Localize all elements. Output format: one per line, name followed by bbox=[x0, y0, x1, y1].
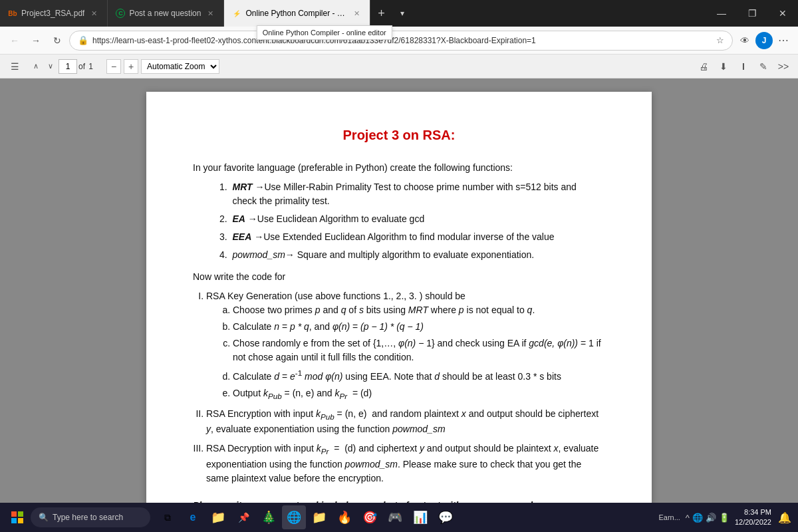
tab-course[interactable]: C Post a new question ✕ bbox=[108, 0, 224, 27]
more-tools[interactable]: >> bbox=[775, 59, 791, 74]
taskbar-search[interactable]: 🔍 Type here to search bbox=[31, 507, 150, 527]
pdf-toolbar: ☰ ∧ ∨ of 1 − + Automatic Zoom 50% 75% 10… bbox=[0, 55, 798, 78]
profile-button[interactable]: J bbox=[755, 32, 773, 49]
file-explorer-button[interactable]: 📁 bbox=[206, 505, 230, 529]
edit-tool[interactable]: ✎ bbox=[755, 59, 771, 74]
settings-button[interactable]: ⋯ bbox=[774, 31, 793, 50]
zoom-out-button[interactable]: − bbox=[106, 59, 121, 74]
network-icon[interactable]: 🌐 bbox=[692, 513, 703, 523]
taskbar-app8[interactable]: 💬 bbox=[434, 505, 458, 529]
refresh-button[interactable]: ↻ bbox=[48, 31, 66, 50]
taskbar-search-icon: 🔍 bbox=[39, 513, 49, 522]
star-icon[interactable]: ☆ bbox=[716, 35, 724, 45]
tab-python-label: Online Python Compiler - onli... bbox=[245, 9, 347, 18]
svg-rect-3 bbox=[18, 518, 23, 523]
svg-rect-1 bbox=[18, 511, 23, 517]
back-button[interactable]: ← bbox=[5, 31, 24, 50]
kgen-d: Calculate d = e-1 mod φ(n) using EEA. No… bbox=[233, 367, 605, 384]
section-encryption: RSA Encryption with input kPub = (n, e) … bbox=[206, 407, 605, 436]
clock-time: 8:34 PM bbox=[735, 507, 771, 517]
task-view-button[interactable]: ⧉ bbox=[156, 505, 180, 529]
zoom-in-button[interactable]: + bbox=[124, 59, 138, 74]
notification-button[interactable]: 🔔 bbox=[777, 509, 793, 525]
python-favicon: ⚡ bbox=[232, 9, 241, 18]
zoom-controls: − + Automatic Zoom 50% 75% 100% 125% 150… bbox=[106, 59, 219, 74]
function-eea: 3. EEA →Use Extended Euclidean Algorithm… bbox=[219, 230, 605, 244]
pdf-intro: In your favorite language (preferable in… bbox=[193, 161, 605, 175]
kgen-a: Choose two primes p and q of s bits usin… bbox=[233, 303, 605, 317]
pdf-page: Project 3 on RSA: In your favorite langu… bbox=[146, 92, 652, 503]
pdf-sidebar-toggle[interactable]: ☰ bbox=[7, 59, 23, 74]
taskbar: 🔍 Type here to search ⧉ e 📁 📌 🎄 🌐 📁 🔥 🎯 … bbox=[0, 503, 798, 532]
function-powmod: 4. powmod_sm→ Square and multiply algori… bbox=[219, 248, 605, 262]
section-key-gen: RSA Key Generation (use above functions … bbox=[206, 289, 605, 402]
kgen-b: Calculate n = p * q, and φ(n) = (p − 1) … bbox=[233, 320, 605, 334]
system-tray-icons: ^ 🌐 🔊 🔋 bbox=[686, 513, 730, 523]
kgen-e: Output kPub = (n, e) and kPr = (d) bbox=[233, 386, 605, 402]
tab-bb[interactable]: Bb Project3_RSA.pdf ✕ bbox=[0, 0, 108, 27]
taskbar-right: Earn... ^ 🌐 🔊 🔋 8:34 PM 12/20/2022 🔔 bbox=[658, 507, 793, 528]
page-navigation: ∧ ∨ of 1 bbox=[29, 59, 93, 74]
tab-python[interactable]: ⚡ Online Python Compiler - onli... ✕ Onl… bbox=[224, 0, 370, 27]
close-button[interactable]: ✕ bbox=[767, 0, 798, 27]
volume-icon[interactable]: 🔊 bbox=[706, 513, 716, 523]
svg-rect-2 bbox=[11, 518, 17, 523]
taskbar-app3[interactable]: 📁 bbox=[307, 505, 331, 529]
key-gen-sub: Choose two primes p and q of s bits usin… bbox=[233, 303, 605, 402]
function-mrt: 1. MRT →Use Miller-Rabin Primality Test … bbox=[219, 180, 605, 208]
title-bar: Bb Project3_RSA.pdf ✕ C Post a new quest… bbox=[0, 0, 798, 27]
minimize-button[interactable]: — bbox=[706, 0, 737, 27]
tabs-chevron-button[interactable]: ▾ bbox=[392, 0, 413, 27]
tray-arrow[interactable]: ^ bbox=[686, 513, 690, 523]
taskbar-app1[interactable]: 🎄 bbox=[257, 505, 281, 529]
start-button[interactable] bbox=[5, 505, 29, 529]
page-up-button[interactable]: ∧ bbox=[29, 60, 43, 73]
window-controls: — ❐ ✕ bbox=[706, 0, 798, 27]
new-tab-button[interactable]: + bbox=[370, 0, 392, 27]
section-decryption: RSA Decryption with input kPr = (d) and … bbox=[206, 442, 605, 485]
text-select-tool[interactable]: I bbox=[735, 59, 751, 74]
maximize-button[interactable]: ❐ bbox=[737, 0, 767, 27]
earn-label[interactable]: Earn... bbox=[658, 513, 680, 521]
save-button[interactable]: ⬇ bbox=[716, 59, 732, 74]
course-favicon: C bbox=[116, 9, 125, 18]
svg-rect-0 bbox=[11, 511, 17, 517]
browser-actions: 👁 J ⋯ bbox=[735, 31, 793, 50]
edge-browser-button[interactable]: e bbox=[181, 505, 205, 529]
zoom-select[interactable]: Automatic Zoom 50% 75% 100% 125% 150% bbox=[141, 59, 219, 74]
tab-bb-close[interactable]: ✕ bbox=[88, 8, 99, 19]
pdf-title: Project 3 on RSA: bbox=[193, 125, 605, 145]
taskbar-pinned-icons: ⧉ e 📁 📌 🎄 🌐 📁 🔥 🎯 🎮 📊 💬 bbox=[156, 505, 458, 529]
print-button[interactable]: 🖨 bbox=[696, 59, 712, 74]
forward-button[interactable]: → bbox=[27, 31, 45, 50]
functions-list: 1. MRT →Use Miller-Rabin Primality Test … bbox=[209, 180, 605, 262]
taskbar-search-placeholder: Type here to search bbox=[53, 513, 123, 522]
collections-button[interactable]: 👁 bbox=[735, 31, 754, 50]
bb-favicon: Bb bbox=[8, 9, 17, 18]
pin1-button[interactable]: 📌 bbox=[231, 505, 255, 529]
pdf-content-area[interactable]: Project 3 on RSA: In your favorite langu… bbox=[0, 78, 798, 503]
battery-icon[interactable]: 🔋 bbox=[719, 513, 730, 523]
taskbar-app2[interactable]: 🌐 bbox=[282, 505, 306, 529]
tab-bb-label: Project3_RSA.pdf bbox=[21, 9, 84, 18]
taskbar-app4[interactable]: 🔥 bbox=[332, 505, 356, 529]
taskbar-app7[interactable]: 📊 bbox=[408, 505, 432, 529]
function-ea: 2. EA →Use Euclidean Algorithm to evalua… bbox=[219, 212, 605, 226]
taskbar-app6[interactable]: 🎮 bbox=[383, 505, 407, 529]
clock-date: 12/20/2022 bbox=[735, 517, 771, 527]
lock-icon: 🔒 bbox=[78, 35, 88, 45]
address-box[interactable]: 🔒 https://learn-us-east-1-prod-fleet02-x… bbox=[69, 31, 733, 51]
tab-python-close[interactable]: ✕ bbox=[351, 8, 362, 19]
kgen-c: Chose randomly e from the set of {1,…, φ… bbox=[233, 336, 605, 364]
pdf-toolbar-right: 🖨 ⬇ I ✎ >> bbox=[696, 59, 791, 74]
page-number-input[interactable] bbox=[59, 59, 77, 74]
page-total: 1 bbox=[88, 62, 93, 71]
taskbar-app5[interactable]: 🎯 bbox=[358, 505, 382, 529]
page-down-button[interactable]: ∨ bbox=[44, 60, 57, 73]
system-clock[interactable]: 8:34 PM 12/20/2022 bbox=[735, 507, 771, 528]
now-write-label: Now write the code for bbox=[193, 270, 605, 284]
address-bar-row: ← → ↻ 🔒 https://learn-us-east-1-prod-fle… bbox=[0, 27, 798, 55]
pdf-body: In your favorite language (preferable in… bbox=[193, 161, 605, 503]
tab-course-close[interactable]: ✕ bbox=[205, 8, 215, 19]
tab-course-label: Post a new question bbox=[129, 9, 201, 18]
